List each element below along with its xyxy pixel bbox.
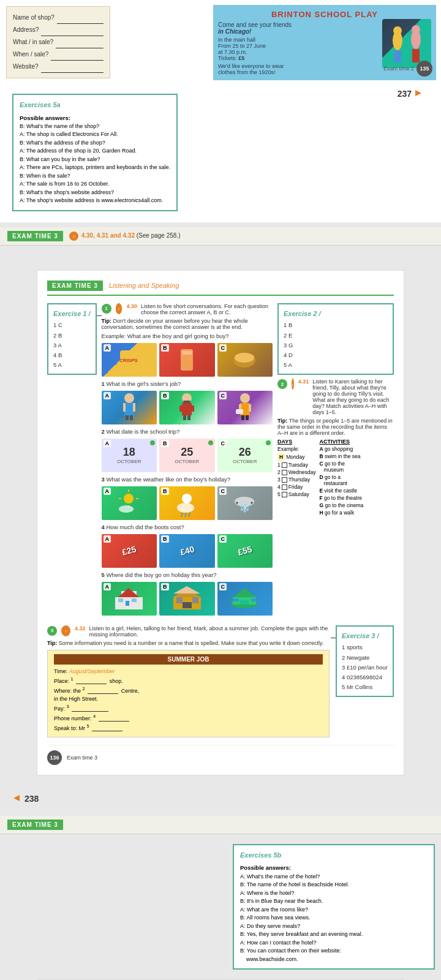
ex2-item-3: 3 G: [284, 341, 388, 350]
q2-images: A 18 OCTOBER B 25 OCTOBER: [102, 439, 273, 472]
exercises5a-title: Exercises 5a: [20, 100, 170, 111]
ex2-item-5: 5 A: [284, 360, 388, 370]
poster-tagline: Come and see your friends: [218, 21, 379, 28]
choice-label-c: C: [219, 344, 227, 352]
svg-line-43: [189, 513, 190, 517]
q3-choice-b: B: [161, 488, 169, 495]
ex2-number-circle: 2: [277, 379, 287, 389]
exercise3-content: 3 ♪ 4.32 Listen to a girl, Helen, talkin…: [47, 625, 330, 737]
qa-a2: A: The address of the shop is 20, Garden…: [20, 147, 170, 156]
svg-rect-14: [124, 403, 134, 415]
svg-text:❄️: ❄️: [239, 503, 251, 513]
exercise1-content: 1 ♪ 4.30 Listen to five short conversati…: [102, 303, 273, 619]
sj-where-label: Where: the: [54, 688, 83, 694]
ex3-item-3: 3 £10 per/an hour: [342, 663, 388, 673]
sj-speak-blank: [92, 731, 123, 731]
ex2-item-1: 1 B: [284, 320, 388, 330]
sj-where-blank: [88, 693, 118, 694]
tip3-text: Some information you need is a number or…: [59, 640, 324, 646]
spacer-bottom: [0, 834, 441, 844]
day-num-2: 2: [277, 469, 281, 475]
q1-choice-b: B: [161, 392, 169, 399]
svg-text:*: *: [236, 501, 238, 508]
q3-choice-a: A: [104, 488, 111, 495]
weather-a-icon: [115, 489, 143, 517]
ex5b-qa10: B: You can contact them on their website…: [240, 947, 428, 963]
svg-rect-31: [246, 415, 249, 420]
exercises5a-box: Exercises 5a Possible answers: B: What's…: [12, 94, 178, 211]
sj-where-middle: Centre,: [121, 688, 140, 694]
q4-num: 4: [102, 524, 105, 530]
sj-speak-sup: 5: [87, 723, 89, 729]
q1-choice-c: C: [219, 392, 227, 399]
choice-label-a: A: [104, 344, 111, 352]
ex5b-qa2: B: The name of the hotel is Beachside Ho…: [240, 881, 428, 889]
checkbox-5: [282, 492, 287, 497]
svg-point-2: [393, 26, 402, 35]
exercise2-content: 2 ♪ 4.31 Listen to Karen talking to her …: [277, 379, 394, 619]
ex1-sidebar-title: Exercise 1 /: [53, 308, 91, 320]
qa-b4: B: When is the sale?: [20, 172, 170, 181]
svg-marker-56: [173, 586, 200, 594]
q5-images: A B: [102, 582, 273, 616]
poster-text: Come and see your friends in Chicago! In…: [218, 19, 379, 75]
ex2-instruction-row: 2 ♪ 4.31 Listen to Karen talking to her …: [277, 379, 394, 415]
ex1-example-images: A CRISPS B C: [102, 343, 273, 377]
form-line-address: Address?: [13, 24, 104, 36]
svg-text:*: *: [251, 501, 253, 508]
exercises5b-title: Exercises 5b: [240, 850, 428, 861]
date-c-month: OCTOBER: [233, 459, 257, 464]
ex3-item-1: 1 sports: [342, 643, 388, 652]
q3-img-a: A: [102, 486, 157, 520]
ex1-instruction-text: Listen to five short conversations. For …: [141, 303, 273, 315]
q3-choice-c: C: [219, 488, 227, 495]
ex3-item-2: 2 Newgate: [342, 653, 388, 663]
act-g: G go to the cinema: [319, 502, 363, 508]
svg-line-41: [181, 513, 183, 517]
field-name-when: When / sale?: [13, 48, 48, 61]
ex1-instruction-row: 1 ♪ 4.30 Listen to five short conversati…: [102, 303, 273, 315]
day-item-5: 5 Saturday: [277, 491, 315, 497]
svg-rect-21: [179, 405, 183, 412]
sj-place-sup: 1: [71, 676, 74, 682]
exercise1-sidebar: Exercise 1 / 1 C 2 B 3 A 4 B 5 A: [47, 303, 97, 375]
q2-img-c: C 26 OCTOBER: [217, 439, 273, 472]
svg-rect-30: [241, 415, 244, 420]
ex1-number-circle: 1: [102, 304, 111, 314]
svg-point-33: [124, 494, 134, 503]
q1-num: 1: [102, 380, 105, 387]
ex5b-qa6: B: All rooms have sea views.: [240, 914, 428, 922]
example-h-badge: H: [277, 453, 285, 461]
svg-marker-66: [13, 795, 20, 801]
audio-badge-432: ♪: [61, 625, 70, 636]
juice-icon: [178, 346, 196, 374]
q2-choice-c: C: [219, 440, 227, 447]
days-activities: DAYS Example: H Monday 1 Tuesday: [277, 439, 394, 517]
exam-banner-3: EXAM TIME 3 ♪ 4.30, 4.31 and 4.32 (See p…: [0, 227, 441, 246]
page: Name of shop? Address? What / in sale? W…: [0, 0, 441, 980]
svg-point-40: [177, 503, 194, 513]
qa-a1: A: The shop is called Electronics For Al…: [20, 130, 170, 139]
sj-pay-sup: 3: [67, 704, 69, 709]
field-blank-website: [41, 61, 104, 73]
choice-label-b: B: [161, 344, 169, 352]
svg-rect-29: [249, 404, 251, 412]
poster: BRINTON SCHOOL PLAY Come and see your fr…: [213, 5, 436, 80]
q2-num: 2: [102, 428, 105, 435]
audio-icon: ♪: [69, 232, 78, 241]
field-name-website: Website?: [13, 61, 39, 73]
svg-point-26: [240, 393, 250, 403]
card-badge: EXAM TIME 3: [47, 281, 103, 291]
sj-street: in the High Street.: [54, 696, 323, 702]
svg-rect-64: [233, 598, 239, 601]
q5-img-c: C: [217, 582, 273, 616]
exercises5a-section: Exercises 5a Possible answers: B: What's…: [0, 85, 441, 222]
date-b: 25 OCTOBER: [175, 446, 199, 464]
arrow-left-238: [12, 794, 21, 804]
audio-num-431: 4.31: [298, 379, 309, 385]
exam-badge-3: EXAM TIME 3: [7, 231, 63, 241]
exam-banner-bottom: EXAM TIME 3: [0, 816, 441, 834]
audio-num-list: ♪ 4.30, 4.31 and 4.32: [69, 232, 137, 239]
activities-column: ACTIVITIES A go shopping B swim in the s…: [319, 439, 363, 517]
spacer-bottom2: [0, 970, 441, 979]
